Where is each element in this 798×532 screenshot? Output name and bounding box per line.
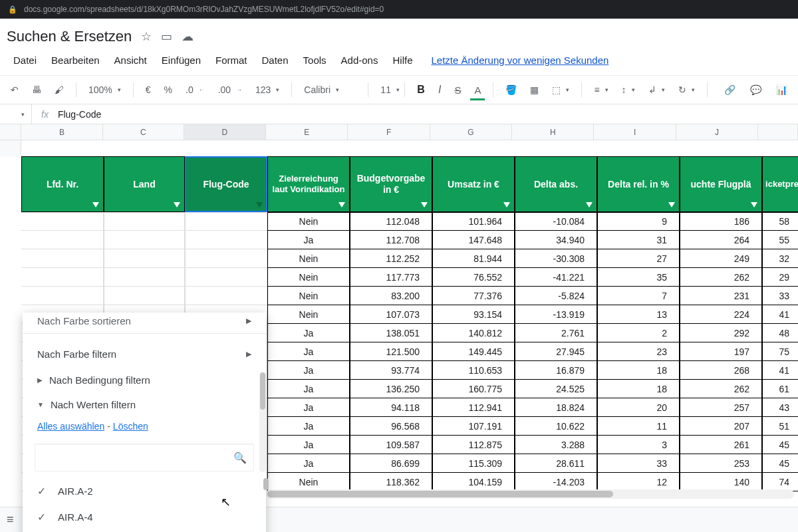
fill-color-button[interactable]: 🪣: [501, 82, 521, 98]
cell[interactable]: 48: [762, 324, 798, 342]
cell[interactable]: 41: [762, 361, 798, 380]
filter-icon[interactable]: [751, 202, 757, 207]
cell[interactable]: Nein: [267, 268, 350, 287]
cell[interactable]: 76.552: [432, 268, 515, 287]
cell[interactable]: 104.159: [432, 473, 515, 491]
cell[interactable]: 160.775: [432, 380, 515, 398]
all-sheets-button[interactable]: ≡: [7, 513, 14, 527]
zoom-select[interactable]: 100%: [84, 82, 125, 98]
menu-format[interactable]: Format: [209, 52, 254, 68]
cell[interactable]: 61: [762, 380, 798, 398]
cell[interactable]: Nein: [267, 287, 350, 305]
font-size-select[interactable]: 11: [376, 82, 396, 98]
text-color-button[interactable]: A: [470, 82, 485, 98]
table-row[interactable]: Nein112.048101.964-10.084918658: [21, 212, 798, 231]
cell[interactable]: 101.964: [432, 212, 515, 231]
popup-scrollbar[interactable]: [259, 372, 266, 472]
cell[interactable]: 75: [762, 342, 798, 361]
cell[interactable]: 81.944: [432, 249, 515, 268]
move-folder-icon[interactable]: ▭: [161, 29, 172, 44]
cell[interactable]: 117.773: [350, 268, 432, 287]
cell[interactable]: Ja: [267, 436, 350, 454]
v-align-button[interactable]: ↕: [618, 82, 639, 98]
cell[interactable]: 2: [597, 324, 680, 342]
cell[interactable]: -41.221: [515, 268, 597, 287]
col-header-F[interactable]: F: [348, 124, 430, 140]
cell[interactable]: 231: [680, 287, 762, 305]
h-align-button[interactable]: ≡: [590, 82, 612, 98]
cell[interactable]: Nein: [267, 249, 350, 268]
col-header-G[interactable]: G: [430, 124, 512, 140]
cell[interactable]: 207: [680, 417, 762, 436]
cell[interactable]: 20: [597, 398, 680, 417]
cell[interactable]: -13.919: [515, 305, 597, 324]
cell[interactable]: 257: [680, 398, 762, 417]
cell[interactable]: 3.288: [515, 436, 597, 454]
wrap-button[interactable]: ↲: [644, 82, 669, 98]
filter-icon[interactable]: [586, 202, 593, 207]
cell[interactable]: 186: [680, 212, 762, 231]
cell[interactable]: 51: [762, 417, 798, 436]
name-box[interactable]: [0, 104, 32, 124]
cell[interactable]: -30.308: [515, 249, 597, 268]
bold-button[interactable]: B: [413, 81, 429, 98]
header-zielerreichung[interactable]: Zielerreichung laut Vorindikation: [267, 156, 350, 212]
cell[interactable]: 58: [762, 212, 798, 231]
col-header-H[interactable]: H: [512, 124, 594, 140]
cell[interactable]: 41: [762, 305, 798, 324]
cell[interactable]: 261: [680, 436, 762, 454]
cell[interactable]: Nein: [267, 473, 350, 491]
cell[interactable]: Ja: [267, 342, 350, 361]
cell[interactable]: 32: [762, 249, 798, 268]
menu-data[interactable]: Daten: [255, 52, 295, 68]
cell[interactable]: 112.941: [432, 398, 515, 417]
cell[interactable]: 93.154: [432, 305, 515, 324]
cell[interactable]: 34.940: [515, 231, 597, 249]
cell[interactable]: 16.879: [515, 361, 597, 380]
header-budget[interactable]: Budgetvorgabe in €: [350, 156, 432, 212]
header-ticketpreis[interactable]: icketpre: [762, 156, 798, 212]
cell[interactable]: 292: [680, 324, 762, 342]
cell[interactable]: 18: [597, 380, 680, 398]
col-header-K[interactable]: [758, 124, 798, 140]
currency-button[interactable]: €: [142, 82, 155, 98]
cell[interactable]: 29: [762, 268, 798, 287]
paint-format-button[interactable]: 🖌: [51, 82, 68, 98]
cell[interactable]: 3: [597, 436, 680, 454]
select-all-corner[interactable]: [0, 124, 21, 140]
filter-search-input[interactable]: [42, 452, 233, 463]
row-header-strip[interactable]: [0, 140, 21, 156]
table-row[interactable]: Ja112.708147.64834.9403126455: [21, 231, 798, 249]
cell[interactable]: 96.568: [350, 417, 432, 436]
cell[interactable]: 138.051: [350, 324, 432, 342]
filter-by-color-item[interactable]: Nach Farbe filtern▶: [23, 340, 266, 368]
header-delta-rel[interactable]: Delta rel. in %: [597, 156, 680, 212]
header-flugcode[interactable]: Flug-Code: [185, 156, 267, 212]
filter-icon[interactable]: [503, 202, 510, 207]
cell[interactable]: 253: [680, 454, 762, 473]
cell[interactable]: 107.191: [432, 417, 515, 436]
document-title[interactable]: Suchen & Ersetzen: [7, 28, 132, 45]
cell[interactable]: 118.362: [350, 473, 432, 491]
cell[interactable]: 112.708: [350, 231, 432, 249]
filter-by-values-item[interactable]: ▼Nach Werten filtern: [23, 392, 266, 417]
cell[interactable]: 33: [762, 287, 798, 305]
cell[interactable]: 262: [680, 380, 762, 398]
menu-addons[interactable]: Add-ons: [334, 52, 385, 68]
cell[interactable]: 9: [597, 212, 680, 231]
filter-icon[interactable]: [92, 202, 99, 207]
filter-by-condition-item[interactable]: ▶Nach Bedingung filtern: [23, 368, 266, 392]
cell[interactable]: 224: [680, 305, 762, 324]
filter-scrollbar-thumb[interactable]: [263, 478, 269, 490]
col-header-I[interactable]: I: [594, 124, 676, 140]
rotate-button[interactable]: ↻: [674, 82, 699, 98]
cell[interactable]: Ja: [267, 454, 350, 473]
cell[interactable]: -5.824: [515, 287, 597, 305]
cell[interactable]: 112.048: [350, 212, 432, 231]
cell[interactable]: 249: [680, 249, 762, 268]
star-icon[interactable]: ☆: [141, 29, 152, 44]
cell[interactable]: 77.376: [432, 287, 515, 305]
cell[interactable]: 28.611: [515, 454, 597, 473]
cell[interactable]: 262: [680, 268, 762, 287]
cell[interactable]: 140: [680, 473, 762, 491]
